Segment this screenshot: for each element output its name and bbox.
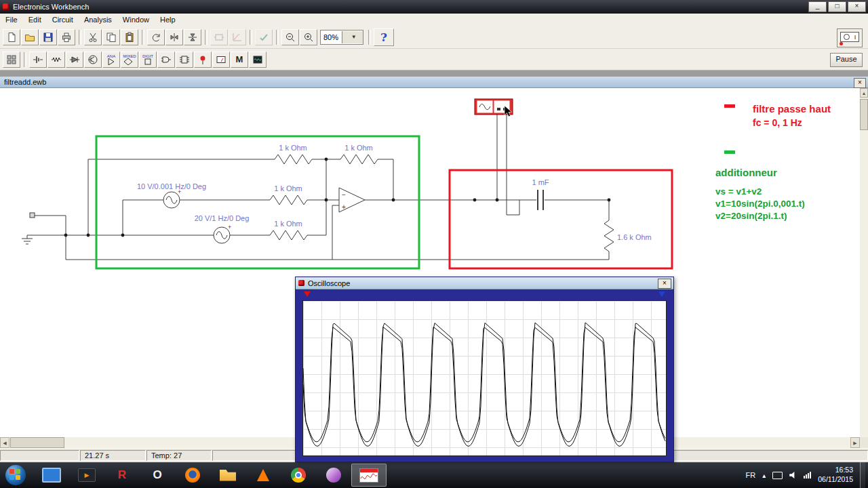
component-properties-button[interactable] — [255, 29, 273, 45]
language-indicator[interactable]: FR — [746, 471, 756, 479]
input-terminal[interactable] — [30, 213, 35, 218]
taskbar-app-electronics-workbench[interactable] — [351, 464, 387, 487]
taskbar-app-realplayer[interactable]: R — [104, 464, 140, 487]
menu-help[interactable]: Help — [155, 14, 181, 25]
oscilloscope-close-button[interactable]: × — [658, 279, 671, 289]
new-button[interactable] — [3, 29, 20, 45]
subcircuit-icon — [214, 32, 224, 43]
menu-file[interactable]: File — [0, 14, 23, 25]
close-button[interactable]: × — [848, 1, 866, 12]
flip-vertical-button[interactable] — [184, 29, 201, 45]
mixed-ics-bin-button[interactable]: MIXED — [121, 52, 138, 68]
green-annotation[interactable]: additionneur vs = v1+v2 v1=10sin(2pi.0,0… — [715, 150, 805, 221]
ac-source-2[interactable]: + 20 V/1 Hz/0 Deg — [195, 214, 250, 243]
taskbar-app-chrome[interactable] — [281, 464, 316, 487]
taskbar-app-opera[interactable]: O — [140, 464, 175, 487]
app-titlebar[interactable]: Electronics Workbench _ □ × — [0, 0, 868, 14]
pause-button[interactable]: Pause — [830, 53, 863, 67]
taskbar-app-firefox[interactable] — [175, 464, 210, 487]
zoom-out-button[interactable] — [281, 29, 299, 45]
oscilloscope-window[interactable]: Oscilloscope × — [295, 277, 674, 462]
sources-bin-button[interactable] — [29, 52, 47, 68]
scroll-up-icon[interactable]: ▲ — [860, 88, 868, 98]
oscilloscope-titlebar[interactable]: Oscilloscope × — [296, 277, 673, 289]
ground-symbol[interactable] — [22, 235, 33, 244]
maximize-button[interactable]: □ — [828, 1, 846, 12]
start-button[interactable] — [5, 465, 26, 485]
scroll-left-icon[interactable]: ◀ — [0, 437, 9, 448]
tray-expand-icon[interactable]: ▴ — [762, 472, 766, 479]
vertical-scrollbar[interactable]: ▲ ▼ — [860, 88, 868, 448]
trigger-marker-blue[interactable] — [658, 291, 665, 297]
resistor-r4[interactable]: 1 k Ohm — [270, 220, 307, 240]
logic-gates-bin-button[interactable] — [157, 52, 175, 68]
capacitor-label: 1 mF — [532, 178, 549, 186]
document-titlebar[interactable]: filtreadd.ewb × — [0, 77, 868, 88]
controls-bin-button[interactable] — [212, 52, 230, 68]
power-switch-button[interactable]: I — [837, 28, 863, 47]
subcircuit-button[interactable] — [210, 29, 228, 45]
zoom-in-button[interactable] — [300, 29, 317, 45]
help-icon: ? — [380, 30, 387, 44]
graph-icon — [232, 32, 243, 43]
diodes-bin-button[interactable] — [66, 52, 83, 68]
digital-ics-bin-button[interactable]: DIGIT — [139, 52, 157, 68]
chevron-down-icon[interactable]: ▼ — [342, 31, 363, 43]
toolbar-separator — [142, 30, 144, 45]
indicators-bin-button[interactable] — [194, 52, 212, 68]
resistor-load[interactable]: 1.6 k Ohm — [604, 220, 652, 251]
scroll-right-icon[interactable]: ▶ — [850, 437, 860, 448]
taskbar-app-network[interactable] — [34, 464, 69, 487]
taskbar-app-vlc[interactable] — [245, 464, 281, 487]
op-amp[interactable]: − + — [339, 188, 365, 212]
volume-tray-icon[interactable] — [789, 472, 797, 479]
red-annotation[interactable]: filtre passe haut fc = 0, 1 Hz — [724, 103, 831, 128]
taskbar-app-graphics-editor[interactable] — [316, 464, 351, 487]
paste-button[interactable] — [121, 29, 138, 45]
horizontal-scroll-thumb[interactable] — [10, 437, 64, 448]
menu-circuit[interactable]: Circuit — [47, 14, 79, 25]
ac-source-1[interactable]: + 10 V/0.001 Hz/0 Deg — [137, 182, 206, 208]
flip-horizontal-icon — [169, 32, 180, 43]
digital-ic-icon: DIGIT — [142, 54, 153, 65]
copy-button[interactable] — [102, 29, 120, 45]
misc-bin-button[interactable]: M — [231, 52, 248, 68]
digital-bin-button[interactable] — [176, 52, 193, 68]
zoom-level-combobox[interactable]: 80% ▼ — [320, 30, 363, 45]
flip-horizontal-button[interactable] — [165, 29, 183, 45]
basic-bin-button[interactable] — [47, 52, 65, 68]
red-annotation-box[interactable] — [450, 170, 672, 268]
mixed-ic-icon: MIXED — [123, 54, 136, 65]
capacitor[interactable]: 1 mF — [532, 178, 549, 210]
help-button[interactable]: ? — [374, 28, 394, 46]
cut-button[interactable] — [84, 29, 102, 45]
menu-analysis[interactable]: Analysis — [79, 14, 117, 25]
print-button[interactable] — [58, 29, 75, 45]
resistor-r1[interactable]: 1 k Ohm — [275, 144, 312, 164]
analog-ics-bin-button[interactable]: ANA — [102, 52, 120, 68]
instruments-bin-button[interactable] — [249, 52, 267, 68]
network-signal-icon[interactable] — [804, 472, 811, 479]
power-indicator — [840, 42, 843, 45]
resistor-r2[interactable]: 1 k Ohm — [340, 144, 378, 164]
transistors-bin-button[interactable] — [84, 52, 102, 68]
taskbar-app-media-player[interactable]: ▶ — [69, 464, 104, 487]
resistor-r3[interactable]: 1 k Ohm — [270, 184, 307, 205]
open-button[interactable] — [21, 29, 39, 45]
trigger-marker-red[interactable] — [304, 291, 311, 297]
taskbar-app-explorer[interactable] — [210, 464, 245, 487]
custom-bin-button[interactable] — [3, 52, 20, 68]
graphics-editor-icon — [326, 468, 341, 483]
display-tray-icon[interactable] — [772, 472, 783, 479]
save-button[interactable] — [39, 29, 57, 45]
show-desktop-button[interactable] — [860, 462, 865, 488]
document-close-button[interactable]: × — [854, 78, 866, 88]
minimize-button[interactable]: _ — [808, 1, 827, 12]
menu-edit[interactable]: Edit — [23, 14, 47, 25]
rotate-button[interactable] — [147, 29, 165, 45]
analysis-graph-button[interactable] — [229, 29, 246, 45]
green-annotation-box[interactable] — [96, 136, 419, 268]
vertical-scroll-thumb[interactable] — [860, 99, 868, 130]
clock[interactable]: 16:53 06/11/2015 — [818, 466, 853, 484]
menu-window[interactable]: Window — [117, 14, 155, 25]
